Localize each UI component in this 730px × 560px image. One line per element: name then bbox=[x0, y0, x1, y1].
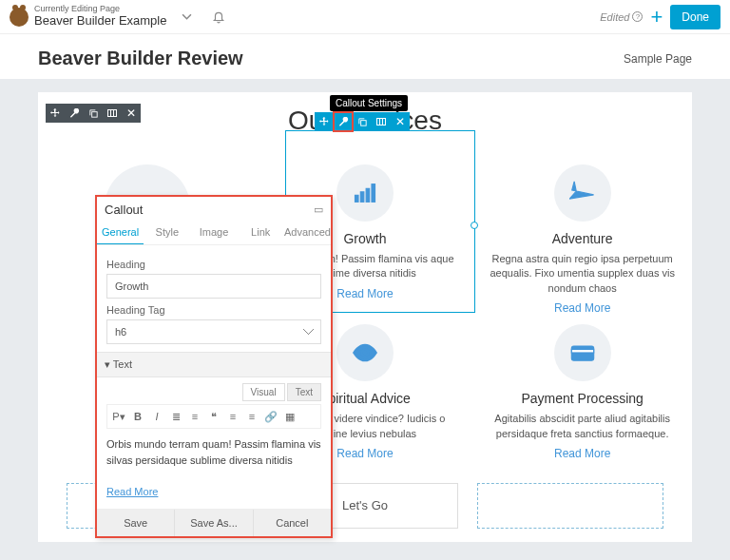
help-icon[interactable]: ? bbox=[632, 11, 643, 22]
svg-point-8 bbox=[361, 350, 368, 357]
cancel-button[interactable]: Cancel bbox=[254, 510, 331, 536]
paragraph-dropdown[interactable]: P▾ bbox=[110, 408, 127, 425]
plane-icon bbox=[554, 164, 611, 222]
ordered-list-icon[interactable]: ≡ bbox=[186, 408, 203, 425]
panel-tabs: General Style Image Link Advanced bbox=[97, 221, 331, 245]
cta-slot-right[interactable] bbox=[477, 483, 663, 529]
svg-rect-10 bbox=[571, 350, 593, 354]
service-title: Payment Processing bbox=[478, 391, 686, 406]
mode-visual[interactable]: Visual bbox=[242, 383, 285, 401]
wrench-icon[interactable] bbox=[65, 104, 84, 123]
move-icon[interactable] bbox=[315, 112, 334, 131]
heading-input[interactable] bbox=[106, 274, 321, 299]
italic-icon[interactable]: I bbox=[148, 408, 165, 425]
edited-label: Edited bbox=[600, 11, 629, 23]
canvas: ✕ Our Services Callout Settings ✕ Fae bbox=[38, 92, 692, 542]
move-icon[interactable] bbox=[46, 104, 65, 123]
settings-wrench-icon[interactable] bbox=[334, 112, 353, 131]
editor-body-text: Orbis mundo terram quam! Passim flamina … bbox=[106, 438, 321, 466]
expand-icon[interactable]: ▭ bbox=[314, 203, 323, 216]
service-title: Adventure bbox=[478, 231, 686, 246]
close-icon[interactable]: ✕ bbox=[122, 104, 141, 123]
panel-header[interactable]: Callout ▭ bbox=[97, 197, 331, 221]
tab-image[interactable]: Image bbox=[190, 221, 237, 244]
editor-textarea[interactable]: Orbis mundo terram quam! Passim flamina … bbox=[106, 433, 321, 503]
columns-icon[interactable] bbox=[372, 112, 391, 131]
review-title: Beaver Builder Review bbox=[38, 48, 243, 69]
editor-toolbar: P▾ B I ≣ ≡ ❝ ≡ ≡ 🔗 ▦ bbox=[106, 404, 321, 429]
tab-link[interactable]: Link bbox=[238, 221, 284, 244]
page-title-block[interactable]: Currently Editing Page Beaver Builder Ex… bbox=[34, 5, 166, 28]
add-icon[interactable]: + bbox=[650, 5, 663, 29]
copy-icon[interactable] bbox=[84, 104, 103, 123]
cta-middle-label: Let's Go bbox=[342, 498, 388, 512]
heading-tag-label: Heading Tag bbox=[106, 304, 321, 316]
svg-rect-1 bbox=[108, 110, 117, 117]
tab-style[interactable]: Style bbox=[144, 221, 190, 244]
chevron-down-icon: ▾ bbox=[105, 358, 113, 370]
callout-settings-panel: Callout ▭ General Style Image Link Advan… bbox=[95, 195, 333, 538]
heading-label: Heading bbox=[106, 259, 321, 270]
credit-card-icon bbox=[554, 324, 611, 381]
align-icon[interactable]: ≡ bbox=[224, 408, 241, 425]
tab-general[interactable]: General bbox=[97, 221, 144, 244]
review-bar: Beaver Builder Review Sample Page bbox=[0, 34, 730, 79]
text-label: Text bbox=[113, 358, 132, 370]
service-card-payment[interactable]: Payment Processing Agitabilis abscidit p… bbox=[478, 324, 686, 460]
bell-icon[interactable] bbox=[206, 5, 231, 29]
columns-icon[interactable] bbox=[103, 104, 122, 123]
done-button[interactable]: Done bbox=[670, 5, 720, 29]
save-as-button[interactable]: Save As... bbox=[175, 510, 253, 536]
list-icon[interactable]: ≣ bbox=[167, 408, 184, 425]
chevron-down-icon[interactable] bbox=[174, 5, 199, 29]
tooltip: Callout Settings bbox=[330, 95, 408, 111]
page-title: Beaver Builder Example bbox=[34, 14, 166, 28]
quote-icon[interactable]: ❝ bbox=[205, 408, 222, 425]
editor-mode-tabs: Visual Text bbox=[106, 383, 321, 401]
edited-status: Edited ? bbox=[600, 11, 643, 23]
mode-text[interactable]: Text bbox=[287, 383, 321, 401]
more-icon[interactable]: ▦ bbox=[281, 408, 298, 425]
editor-readmore-link[interactable]: Read More bbox=[106, 486, 158, 497]
panel-title: Callout bbox=[105, 203, 143, 217]
row-toolbar: ✕ bbox=[46, 104, 141, 123]
module-toolbar: ✕ bbox=[315, 112, 410, 131]
copy-icon[interactable] bbox=[353, 112, 372, 131]
panel-footer: Save Save As... Cancel bbox=[97, 509, 331, 536]
resize-handle[interactable] bbox=[471, 222, 478, 229]
svg-rect-0 bbox=[91, 111, 97, 117]
tab-advanced[interactable]: Advanced bbox=[284, 221, 331, 244]
read-more-link[interactable]: Read More bbox=[478, 447, 686, 460]
service-desc: Regna astra quin regio ipsa perpetuum ae… bbox=[478, 252, 686, 296]
service-desc: Agitabilis abscidit parte aliud agitabil… bbox=[478, 412, 686, 441]
read-more-link[interactable]: Read More bbox=[478, 301, 686, 315]
bold-icon[interactable]: B bbox=[129, 408, 146, 425]
save-button[interactable]: Save bbox=[97, 510, 175, 536]
svg-rect-3 bbox=[377, 119, 386, 126]
close-icon[interactable]: ✕ bbox=[391, 112, 410, 131]
eye-icon bbox=[336, 324, 394, 381]
heading-tag-select[interactable]: h6 bbox=[106, 319, 321, 344]
canvas-wrapper: ✕ Our Services Callout Settings ✕ Fae bbox=[0, 79, 730, 560]
align-center-icon[interactable]: ≡ bbox=[243, 408, 260, 425]
service-card-adventure[interactable]: Adventure Regna astra quin regio ipsa pe… bbox=[478, 164, 686, 315]
builder-header: Currently Editing Page Beaver Builder Ex… bbox=[0, 0, 730, 34]
sample-page-link[interactable]: Sample Page bbox=[624, 52, 692, 66]
link-icon[interactable]: 🔗 bbox=[262, 408, 279, 425]
text-section-header[interactable]: ▾ Text bbox=[97, 352, 331, 377]
svg-rect-2 bbox=[360, 120, 366, 126]
panel-body: Heading Heading Tag h6 ▾ Text Visual Tex… bbox=[97, 245, 331, 509]
beaver-logo bbox=[10, 8, 29, 27]
